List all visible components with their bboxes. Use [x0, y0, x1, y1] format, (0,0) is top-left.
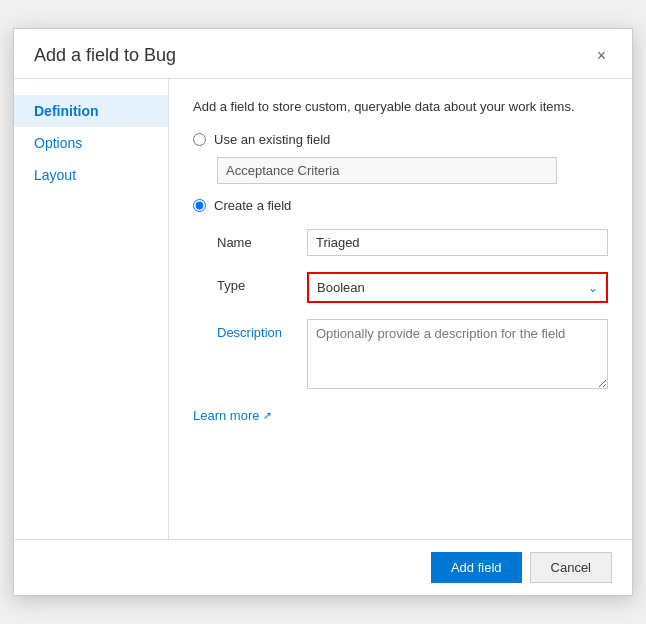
type-row: Type Boolean DateTime Double HTML Histor… [217, 272, 608, 303]
close-button[interactable]: × [591, 46, 612, 66]
add-field-button[interactable]: Add field [431, 552, 522, 583]
content-area: Add a field to store custom, queryable d… [169, 79, 632, 539]
existing-field-input [217, 157, 557, 184]
type-select-container: Boolean DateTime Double HTML History Ide… [307, 272, 608, 303]
dialog-footer: Add field Cancel [14, 539, 632, 595]
type-label: Type [217, 272, 307, 293]
name-input-container [307, 229, 608, 256]
use-existing-radio[interactable] [193, 133, 206, 146]
sidebar-item-layout[interactable]: Layout [14, 159, 168, 191]
name-row: Name [217, 229, 608, 256]
sidebar-item-definition[interactable]: Definition [14, 95, 168, 127]
sidebar: Definition Options Layout [14, 79, 169, 539]
create-field-radio[interactable] [193, 199, 206, 212]
existing-field-container [217, 157, 608, 184]
cancel-button[interactable]: Cancel [530, 552, 612, 583]
sidebar-item-options[interactable]: Options [14, 127, 168, 159]
content-description: Add a field to store custom, queryable d… [193, 99, 608, 114]
use-existing-label[interactable]: Use an existing field [214, 132, 330, 147]
create-field-section: Name Type Boolean DateTime Double [217, 229, 608, 392]
description-label: Description [217, 319, 307, 340]
learn-more-container: Learn more ➚ [193, 408, 608, 423]
name-input[interactable] [307, 229, 608, 256]
learn-more-link[interactable]: Learn more ➚ [193, 408, 272, 423]
description-textarea[interactable] [307, 319, 608, 389]
dialog-body: Definition Options Layout Add a field to… [14, 79, 632, 539]
use-existing-option: Use an existing field [193, 132, 608, 147]
type-select-wrapper: Boolean DateTime Double HTML History Ide… [307, 272, 608, 303]
radio-group: Use an existing field Create a field [193, 132, 608, 213]
description-row: Description [217, 319, 608, 392]
description-input-container [307, 319, 608, 392]
dialog-title: Add a field to Bug [34, 45, 176, 66]
add-field-dialog: Add a field to Bug × Definition Options … [13, 28, 633, 596]
external-link-icon: ➚ [263, 409, 272, 422]
create-field-option: Create a field [193, 198, 608, 213]
type-select[interactable]: Boolean DateTime Double HTML History Ide… [307, 272, 608, 303]
create-field-label[interactable]: Create a field [214, 198, 291, 213]
name-label: Name [217, 229, 307, 250]
dialog-header: Add a field to Bug × [14, 29, 632, 79]
